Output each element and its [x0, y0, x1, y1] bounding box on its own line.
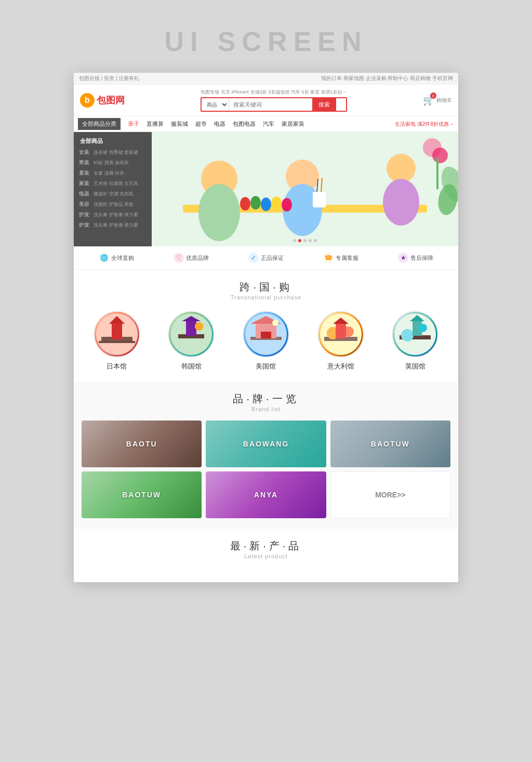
- brand-title-en: Brand list: [82, 406, 450, 412]
- svg-point-3: [198, 184, 240, 241]
- topbar-item-1[interactable]: 包图在线: [79, 75, 100, 81]
- dot-2[interactable]: [298, 239, 301, 242]
- cart-icon-wrap: 🛒 0: [423, 95, 434, 106]
- feature-global: 🌐 全球直购: [99, 253, 134, 263]
- side-menu-item-6[interactable]: 护发 洗头膏 护发膏 弹力素: [74, 209, 152, 220]
- topbar-item-3[interactable]: 注册有礼: [118, 75, 139, 81]
- country-italy[interactable]: 意大利馆: [317, 311, 364, 371]
- after-icon: ★: [398, 253, 408, 263]
- transnational-title: 跨·国·购 Transnational purchase: [82, 280, 450, 300]
- japan-name: 日本馆: [107, 362, 127, 371]
- hero-area: 全部商品 女装 连衣裙 包臀裙 套装裙 男装 衬衫 西装 休闲衣 童装 女童 连…: [74, 132, 458, 246]
- svg-point-11: [271, 196, 282, 210]
- logo-icon: b: [80, 93, 95, 108]
- nav-item-7[interactable]: 家居家装: [282, 120, 304, 128]
- top-bar-left: 包图在线 | 投资 | 注册有礼: [79, 75, 139, 82]
- nav-item-4[interactable]: 电器: [214, 120, 225, 128]
- dot-5[interactable]: [314, 239, 317, 242]
- nav-item-5[interactable]: 包图电器: [233, 120, 256, 128]
- service-icon: ☎: [323, 253, 334, 263]
- cart-area[interactable]: 🛒 0 购物车: [423, 95, 452, 106]
- brand-label-3: BAOTUW: [122, 491, 161, 499]
- brand-title: 品·牌·一览 Brand list: [82, 392, 450, 412]
- dot-1[interactable]: [293, 239, 296, 242]
- svg-rect-35: [261, 332, 271, 338]
- logo[interactable]: b 包图网: [80, 93, 125, 108]
- usa-circle: [243, 311, 289, 358]
- browser-window: 包图在线 | 投资 | 注册有礼 我的订单 商家地图 企业采购 帮助中心 商店购…: [74, 73, 458, 582]
- side-menu-item-4[interactable]: 电器 微波炉 空调 洗衣机: [74, 189, 152, 199]
- search-type-select[interactable]: 商品: [202, 98, 229, 111]
- more-label: MORE>>: [375, 491, 405, 499]
- italy-circle: [317, 311, 364, 358]
- my-order[interactable]: 我的订单: [321, 75, 342, 81]
- brand-label-4: ANYA: [254, 491, 278, 499]
- dot-4[interactable]: [309, 239, 312, 242]
- side-menu-item-5[interactable]: 美容 洗面奶 护肤品 美妆: [74, 199, 152, 209]
- feature-after: ★ 售后保障: [398, 253, 433, 263]
- svg-point-8: [240, 197, 250, 211]
- nav-item-1[interactable]: 直播算: [147, 120, 164, 128]
- feature-service: ☎ 专属客服: [323, 253, 358, 263]
- brand-card-3[interactable]: BAOTUW: [82, 471, 202, 518]
- brand-card-4[interactable]: ANYA: [206, 471, 326, 518]
- help-center[interactable]: 帮助中心: [388, 75, 408, 81]
- auth-icon: ✓: [248, 253, 259, 263]
- mobile[interactable]: 手机官网: [432, 75, 453, 81]
- country-row: 日本馆 韩国馆: [82, 311, 450, 371]
- side-menu: 全部商品 女装 连衣裙 包臀裙 套装裙 男装 衬衫 西装 休闲衣 童装 女童 连…: [74, 132, 152, 246]
- nav-item-6[interactable]: 汽车: [263, 120, 274, 128]
- side-menu-item-7[interactable]: 护发 洗头膏 护发膏 弹力素: [74, 220, 152, 230]
- brand-card-0[interactable]: BAOTU: [82, 421, 202, 467]
- brand-more[interactable]: MORE>>: [330, 471, 450, 518]
- brand-label-1: BAOWANG: [243, 440, 289, 448]
- brand-card-1[interactable]: BAOWANG: [206, 421, 326, 467]
- korea-circle: [168, 311, 215, 358]
- latest-title-cn: 最·新·产·品: [82, 539, 450, 553]
- feature-after-label: 售后保障: [410, 254, 433, 262]
- main-nav: 全部商品分类 亲子 直播算 服装城 超市 电器 包图电器 汽车 家居家装 生活家…: [74, 116, 458, 132]
- all-cats-btn[interactable]: 全部商品分类: [78, 118, 121, 130]
- feature-service-label: 专属客服: [336, 254, 358, 262]
- top-bar: 包图在线 | 投资 | 注册有礼 我的订单 商家地图 企业采购 帮助中心 商店购…: [74, 73, 458, 85]
- feature-strip: 🌐 全球直购 ♡ 优质品牌 ✓ 正品保证 ☎ 专属客服 ★ 售后保障: [74, 246, 458, 270]
- feature-global-label: 全球直购: [111, 254, 134, 262]
- side-menu-item-3[interactable]: 家装 艺术画 扣漆装 文艺风: [74, 178, 152, 189]
- svg-point-17: [432, 148, 448, 163]
- transnational-title-cn: 跨·国·购: [82, 280, 450, 294]
- svg-point-6: [387, 154, 416, 183]
- topbar-item-2[interactable]: 投资: [104, 75, 114, 81]
- search-container: 包图专场 元旦 iPhoneX 全场3折 5折超低价 汽车 5折 家居 厨房1折…: [201, 89, 347, 112]
- svg-point-45: [401, 329, 414, 341]
- dot-3[interactable]: [303, 239, 307, 242]
- country-usa[interactable]: 美国馆: [243, 311, 289, 371]
- hero-illustration: [152, 132, 458, 246]
- svg-rect-23: [112, 324, 122, 339]
- latest-title-en: Latest product: [82, 553, 450, 559]
- country-korea[interactable]: 韩国馆: [168, 311, 215, 371]
- side-menu-item-0[interactable]: 女装 连衣裙 包臀裙 套装裙: [74, 147, 152, 157]
- usa-name: 美国馆: [256, 362, 276, 371]
- brand-card-2[interactable]: BAOTUW: [330, 421, 450, 467]
- enterprise[interactable]: 企业采购: [366, 75, 387, 81]
- nav-item-2[interactable]: 服装城: [171, 120, 188, 128]
- top-bar-right: 我的订单 商家地图 企业采购 帮助中心 商店购物 手机官网: [321, 75, 453, 82]
- country-japan[interactable]: 日本馆: [94, 311, 140, 371]
- search-input[interactable]: [229, 98, 312, 111]
- cart-label: 购物车: [436, 97, 452, 104]
- nav-item-0[interactable]: 亲子: [128, 120, 139, 128]
- cart-badge: 0: [430, 93, 436, 99]
- store[interactable]: 商店购物: [410, 75, 431, 81]
- svg-point-10: [261, 198, 271, 211]
- merchant-map[interactable]: 商家地图: [343, 75, 364, 81]
- uk-circle: [392, 311, 438, 358]
- svg-point-36: [272, 320, 278, 326]
- feature-auth: ✓ 正品保证: [248, 253, 284, 263]
- country-uk[interactable]: 英国馆: [392, 311, 438, 371]
- side-menu-item-1[interactable]: 男装 衬衫 西装 休闲衣: [74, 157, 152, 168]
- nav-item-3[interactable]: 超市: [195, 120, 207, 128]
- side-menu-item-2[interactable]: 童装 女童 连裤 外衣: [74, 168, 152, 178]
- search-button[interactable]: 搜索: [312, 98, 336, 111]
- global-icon: 🌐: [99, 253, 109, 263]
- svg-rect-13: [313, 192, 326, 207]
